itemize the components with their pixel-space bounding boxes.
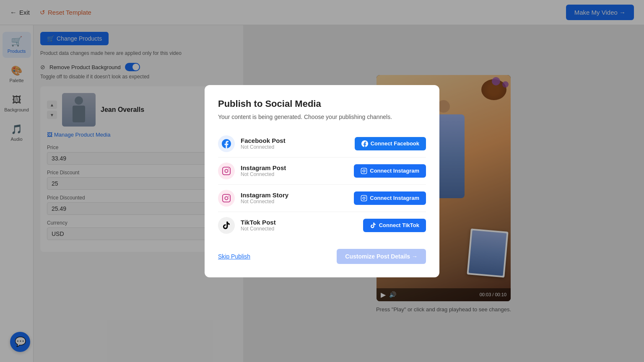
channel-name-instagram-post: Instagram Post: [241, 164, 286, 171]
modal-footer: Skip Publish Customize Post Details →: [218, 249, 426, 264]
channel-row-facebook-post: Facebook Post Not Connected Connect Face…: [218, 130, 426, 158]
channel-info-tiktok-post: TikTok Post Not Connected: [241, 219, 276, 232]
svg-rect-6: [223, 194, 230, 202]
customize-label: Customize Post Details →: [345, 253, 418, 260]
skip-publish-button[interactable]: Skip Publish: [218, 253, 250, 260]
svg-point-7: [225, 197, 228, 199]
svg-rect-9: [361, 195, 367, 201]
channel-row-instagram-post: Instagram Post Not Connected Connect Ins…: [218, 158, 426, 185]
svg-rect-3: [361, 168, 367, 173]
channel-left-instagram-story: Instagram Story Not Connected: [218, 190, 288, 207]
connect-facebook-button[interactable]: Connect Facebook: [355, 137, 426, 150]
svg-point-5: [365, 169, 366, 169]
connect-instagram-post-label: Connect Instagram: [370, 168, 419, 174]
channel-info-instagram-story: Instagram Story Not Connected: [241, 191, 288, 204]
svg-point-8: [228, 196, 229, 197]
channel-left-facebook: Facebook Post Not Connected: [218, 135, 286, 152]
channel-status-tiktok-post: Not Connected: [241, 226, 276, 232]
channel-name-instagram-story: Instagram Story: [241, 191, 288, 199]
connect-facebook-label: Connect Facebook: [371, 140, 419, 147]
svg-point-2: [228, 168, 229, 169]
svg-rect-0: [223, 167, 230, 174]
instagram-story-icon: [218, 190, 235, 207]
modal-channels-list: Facebook Post Not Connected Connect Face…: [218, 130, 426, 239]
channel-status-instagram-story: Not Connected: [241, 199, 288, 204]
modal-title: Publish to Social Media: [218, 98, 426, 109]
modal-subtitle: Your content is being generated. Choose …: [218, 114, 426, 120]
svg-point-11: [365, 196, 366, 197]
channel-info-facebook-post: Facebook Post Not Connected: [241, 137, 286, 150]
modal-overlay[interactable]: Publish to Social Media Your content is …: [0, 0, 644, 362]
channel-row-tiktok-post: TikTok Post Not Connected Connect TikTok: [218, 212, 426, 239]
channel-left-instagram-post: Instagram Post Not Connected: [218, 163, 286, 179]
connect-tiktok-button[interactable]: Connect TikTok: [363, 219, 426, 232]
svg-point-1: [225, 169, 228, 172]
channel-info-instagram-post: Instagram Post Not Connected: [241, 164, 286, 177]
instagram-post-icon: [218, 163, 235, 179]
facebook-post-icon: [218, 135, 235, 152]
connect-instagram-story-label: Connect Instagram: [370, 195, 419, 201]
connect-instagram-story-button[interactable]: Connect Instagram: [354, 191, 426, 205]
channel-left-tiktok: TikTok Post Not Connected: [218, 217, 276, 234]
customize-post-details-button[interactable]: Customize Post Details →: [337, 249, 426, 264]
channel-row-instagram-story: Instagram Story Not Connected Connect In…: [218, 185, 426, 212]
channel-status-facebook-post: Not Connected: [241, 144, 286, 150]
tiktok-post-icon: [218, 217, 235, 234]
publish-modal: Publish to Social Media Your content is …: [205, 85, 439, 277]
channel-name-tiktok-post: TikTok Post: [241, 219, 276, 226]
svg-point-4: [363, 170, 365, 172]
channel-status-instagram-post: Not Connected: [241, 171, 286, 177]
connect-tiktok-label: Connect TikTok: [379, 222, 419, 228]
svg-point-10: [363, 197, 365, 199]
connect-instagram-post-button[interactable]: Connect Instagram: [354, 164, 426, 178]
channel-name-facebook-post: Facebook Post: [241, 137, 286, 144]
skip-label: Skip Publish: [218, 253, 250, 260]
